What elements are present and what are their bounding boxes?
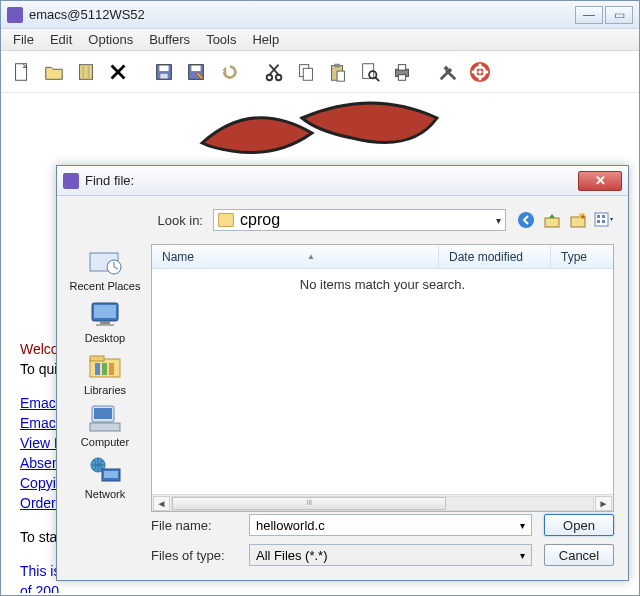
places-bar: Recent Places Desktop Libraries Computer… xyxy=(65,244,145,524)
look-in-combo[interactable]: cprog ▾ xyxy=(213,209,506,231)
svg-point-29 xyxy=(448,68,452,72)
svg-line-23 xyxy=(376,77,380,81)
open-file-icon[interactable] xyxy=(41,59,67,85)
paste-icon[interactable] xyxy=(325,59,351,85)
sort-indicator-icon: ▲ xyxy=(307,252,315,261)
look-in-row: Look in: cprog ▾ ★ xyxy=(145,208,614,232)
filename-value: helloworld.c xyxy=(256,518,325,533)
svg-rect-45 xyxy=(597,220,600,223)
tool-bar xyxy=(1,51,639,93)
menu-file[interactable]: File xyxy=(5,30,42,49)
filename-input[interactable]: helloworld.c ▾ xyxy=(249,514,532,536)
scrollbar-track[interactable] xyxy=(171,496,594,511)
dialog-title-bar[interactable]: Find file: ✕ xyxy=(57,166,628,196)
file-list[interactable]: Name ▲ Date modified Type No items match… xyxy=(151,244,614,512)
dialog-close-button[interactable]: ✕ xyxy=(578,171,622,191)
svg-rect-57 xyxy=(95,363,100,375)
place-libraries[interactable]: Libraries xyxy=(84,350,126,396)
chevron-down-icon: ▾ xyxy=(520,520,525,531)
svg-rect-56 xyxy=(90,356,104,361)
scroll-right-button[interactable]: ► xyxy=(595,496,612,511)
svg-rect-53 xyxy=(100,321,110,324)
menu-options[interactable]: Options xyxy=(80,30,141,49)
window-title: emacs@5112WS52 xyxy=(29,7,145,22)
window-buttons: — ▭ xyxy=(573,6,633,24)
menu-help[interactable]: Help xyxy=(244,30,287,49)
svg-rect-8 xyxy=(160,73,167,78)
find-file-dialog: Find file: ✕ Look in: cprog ▾ ★ Recent P… xyxy=(56,165,629,581)
column-type[interactable]: Type xyxy=(551,245,613,268)
scrollbar-thumb[interactable] xyxy=(172,497,446,510)
welcome-gnu2: of 200 xyxy=(20,581,72,593)
copy-icon[interactable] xyxy=(293,59,319,85)
svg-rect-1 xyxy=(80,64,93,79)
maximize-button[interactable]: ▭ xyxy=(605,6,633,24)
svg-rect-2 xyxy=(82,64,84,79)
column-name[interactable]: Name ▲ xyxy=(152,245,439,268)
svg-rect-42 xyxy=(595,213,608,226)
minimize-button[interactable]: — xyxy=(575,6,603,24)
cut-icon[interactable] xyxy=(261,59,287,85)
svg-point-13 xyxy=(276,74,282,80)
preferences-icon[interactable] xyxy=(435,59,461,85)
list-header: Name ▲ Date modified Type xyxy=(152,245,613,269)
filename-label: File name: xyxy=(151,518,249,533)
dialog-title: Find file: xyxy=(85,173,134,188)
column-date[interactable]: Date modified xyxy=(439,245,551,268)
cancel-button[interactable]: Cancel xyxy=(544,544,614,566)
print-icon[interactable] xyxy=(389,59,415,85)
welcome-heading: Welco xyxy=(20,341,59,357)
open-button[interactable]: Open xyxy=(544,514,614,536)
scroll-left-button[interactable]: ◄ xyxy=(153,496,170,511)
menu-tools[interactable]: Tools xyxy=(198,30,244,49)
menu-buffers[interactable]: Buffers xyxy=(141,30,198,49)
svg-point-32 xyxy=(477,69,483,75)
dialog-icon xyxy=(63,173,79,189)
undo-icon[interactable] xyxy=(215,59,241,85)
svg-rect-38 xyxy=(545,218,559,227)
place-recent-label: Recent Places xyxy=(70,280,141,292)
svg-rect-7 xyxy=(159,65,168,71)
svg-rect-52 xyxy=(94,305,116,318)
new-file-icon[interactable] xyxy=(9,59,35,85)
filetype-combo[interactable]: All Files (*.*) ▾ xyxy=(249,544,532,566)
place-computer[interactable]: Computer xyxy=(81,402,129,448)
chevron-down-icon: ▾ xyxy=(520,550,525,561)
view-menu-icon[interactable] xyxy=(594,210,614,230)
svg-rect-25 xyxy=(398,64,405,70)
chevron-down-icon: ▾ xyxy=(496,215,501,226)
place-computer-label: Computer xyxy=(81,436,129,448)
place-desktop-label: Desktop xyxy=(85,332,125,344)
look-in-label: Look in: xyxy=(145,213,203,228)
up-folder-icon[interactable] xyxy=(542,210,562,230)
menu-bar: File Edit Options Buffers Tools Help xyxy=(1,29,639,51)
svg-rect-54 xyxy=(96,324,114,326)
svg-rect-20 xyxy=(337,71,344,81)
svg-rect-46 xyxy=(602,220,605,223)
filetype-label: Files of type: xyxy=(151,548,249,563)
svg-point-37 xyxy=(518,212,534,228)
svg-rect-26 xyxy=(398,74,405,80)
svg-rect-62 xyxy=(90,423,120,431)
horizontal-scrollbar[interactable]: ◄ ► xyxy=(152,494,613,511)
back-icon[interactable] xyxy=(516,210,536,230)
title-bar[interactable]: emacs@5112WS52 — ▭ xyxy=(1,1,639,29)
svg-rect-3 xyxy=(88,64,90,79)
directory-icon[interactable] xyxy=(73,59,99,85)
new-folder-icon[interactable]: ★ xyxy=(568,210,588,230)
place-desktop[interactable]: Desktop xyxy=(85,298,125,344)
svg-rect-58 xyxy=(102,363,107,375)
welcome-link-4[interactable]: Absen xyxy=(20,455,60,471)
place-recent[interactable]: Recent Places xyxy=(70,246,141,292)
svg-rect-44 xyxy=(602,215,605,218)
save-as-icon[interactable] xyxy=(183,59,209,85)
menu-edit[interactable]: Edit xyxy=(42,30,80,49)
save-icon[interactable] xyxy=(151,59,177,85)
help-icon[interactable] xyxy=(467,59,493,85)
place-network[interactable]: Network xyxy=(85,454,125,500)
find-icon[interactable] xyxy=(357,59,383,85)
dialog-body: Look in: cprog ▾ ★ Recent Places Desktop xyxy=(57,196,628,580)
file-fields: File name: helloworld.c ▾ Open Files of … xyxy=(151,512,614,572)
close-icon[interactable] xyxy=(105,59,131,85)
svg-rect-10 xyxy=(191,65,200,71)
